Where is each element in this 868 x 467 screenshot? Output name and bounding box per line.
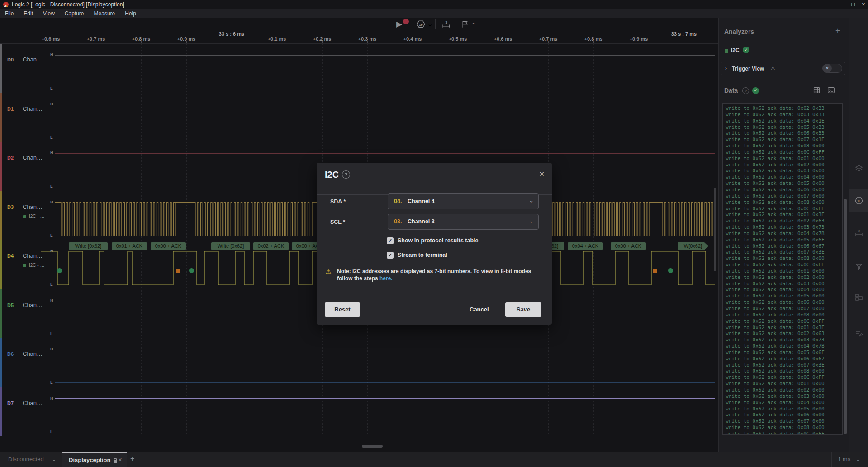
channel-id-d7[interactable]: D7 [7,401,14,406]
terminal-output[interactable]: write to 0x62 ack data: 0x02 0x33 write … [722,103,843,435]
sda-select[interactable]: 04. Channel 4 ⌄ [388,193,539,209]
warning-icon: ⚠ [326,268,332,275]
analyzers-title: Analyzers [724,28,754,35]
filter-icon[interactable] [849,255,868,279]
dialog-footer: Reset Cancel Save [317,293,552,325]
channel-id-d5[interactable]: D5 [7,302,14,308]
start-capture-button[interactable]: ▶ [396,19,402,29]
i2c-start-marker [57,268,62,273]
menu-help[interactable]: Help [120,9,141,18]
timing-markers-icon[interactable]: 3 [849,221,868,244]
close-button[interactable]: ✕ [859,1,868,8]
scl-label: SCL * [330,219,345,225]
channel-id-d0[interactable]: D0 [7,57,14,62]
i2c-start-marker [189,268,194,273]
i2c-decode-bubble[interactable]: 0x04 + ACK [568,242,603,250]
channel-name[interactable]: Chan… [23,400,43,406]
high-level-marker: H [50,249,53,253]
i2c-decode-bubble[interactable]: 0x00 + ACK [151,242,186,250]
channel-id-d1[interactable]: D1 [7,106,14,112]
maximize-button[interactable]: ▢ [848,1,858,8]
save-button[interactable]: Save [505,302,541,317]
stream-to-terminal-checkbox[interactable]: ✓ [387,252,394,259]
help-icon[interactable]: ? [742,87,749,94]
trigger-view-row[interactable]: › Trigger View ⚠ ✕ [721,62,845,75]
low-level-marker: L [50,331,53,336]
menu-view[interactable]: View [38,9,60,18]
channel-name[interactable]: Chan… [23,154,43,161]
channel-color-strip [0,387,2,436]
channel-name[interactable]: Chan… [23,56,43,63]
menu-edit[interactable]: Edit [19,9,38,18]
menu-capture[interactable]: Capture [60,9,89,18]
trigger-view-toggle[interactable]: ✕ [822,64,842,73]
timing-markers-button[interactable]: 3 [441,19,451,31]
i2c-decode-bubble[interactable]: Write [0x62] [211,242,250,250]
menu-measure[interactable]: Measure [89,9,120,18]
data-table-view-button[interactable] [813,86,821,96]
channel-name[interactable]: Chan… [23,302,43,308]
note-here-link[interactable]: here. [379,275,393,282]
svg-text:3: 3 [858,229,860,233]
capture-tab[interactable]: Displayception ✕ [62,452,127,467]
i2c-decode-bubble[interactable]: Write [0x62] [69,242,108,250]
high-level-marker: H [50,52,53,57]
device-badge-button[interactable]: 1F [416,19,426,31]
menu-file[interactable]: File [0,9,19,18]
channel-id-d6[interactable]: D6 [7,351,14,357]
device-1f-icon[interactable]: 1F [849,189,868,212]
channel-id-d2[interactable]: D2 [7,155,14,160]
layers-icon[interactable] [849,156,868,180]
i2c-active-check-icon: ✓ [743,47,749,53]
help-icon[interactable]: ? [342,170,350,179]
chevron-down-icon[interactable]: ⌄ [427,19,433,28]
analyzers-panel: Analyzers + I2C ✓ › Trigger View ⚠ ✕ Dat… [718,18,849,452]
timeline-ruler[interactable]: +0.6 ms+0.7 ms+0.8 ms+0.9 ms33 s : 6 ms+… [0,31,718,43]
data-active-check-icon: ✓ [752,87,759,94]
scl-select[interactable]: 03. Channel 3 ⌄ [388,214,539,230]
horizontal-scrollbar[interactable] [362,445,383,448]
data-title: Data [724,87,738,94]
show-in-results-checkbox[interactable]: ✓ [387,237,394,244]
data-terminal-view-button[interactable] [827,86,835,96]
flag-button[interactable] [460,19,470,31]
terminal-scrollbar[interactable] [844,199,847,434]
menu-bar: FileEditViewCaptureMeasureHelp [0,9,868,18]
chevron-down-icon: ⌄ [529,193,534,208]
extensions-icon[interactable] [849,286,868,309]
annotations-icon[interactable] [849,322,868,345]
channel-name[interactable]: Chan… [23,252,43,259]
add-analyzer-button[interactable]: + [835,26,840,35]
i2c-decode-bubble[interactable]: 0x02 + ACK [253,242,289,250]
channel-id-d3[interactable]: D3 [7,204,14,210]
dialog-title: I2C [325,170,339,180]
app-logo-icon [3,2,9,7]
channel-name[interactable]: Chan… [23,203,43,210]
timescale-select[interactable]: 1 ms ⌄ [838,456,860,462]
i2c-start-marker [668,268,673,273]
channel-analyzer-label: I2C - … [29,263,44,268]
channel-name[interactable]: Chan… [23,105,43,112]
low-level-marker: L [50,429,53,434]
vertical-scrollbar[interactable] [714,188,716,271]
cancel-button[interactable]: Cancel [470,302,497,317]
i2c-decode-bubble[interactable]: 0x01 + ACK [112,242,147,250]
svg-text:1F: 1F [419,23,423,27]
show-in-results-label: Show in protocol results table [398,237,479,244]
channel-color-strip [0,142,2,191]
i2c-decode-bubble[interactable]: 0x00 + ACK [611,242,646,250]
reset-button[interactable]: Reset [325,302,360,317]
new-tab-button[interactable]: + [130,455,134,463]
channel-name[interactable]: Chan… [23,350,43,357]
device-select[interactable]: Disconnected ⌄ [8,456,56,462]
i2c-decode-bubble[interactable]: W[0x62] [678,242,708,250]
channel-id-d4[interactable]: D4 [7,253,14,259]
chevron-down-icon: ⌄ [52,456,56,462]
analyzer-color-swatch [23,264,26,267]
tab-close-icon[interactable]: ✕ [118,457,122,463]
note-text: Note: I2C addresses are displayed as 7-b… [337,268,541,282]
dialog-close-icon[interactable]: ✕ [539,170,545,178]
chevron-down-icon[interactable]: ⌄ [471,19,476,25]
i2c-analyzer-item[interactable]: I2C [731,47,740,53]
minimize-button[interactable]: — [837,1,847,8]
